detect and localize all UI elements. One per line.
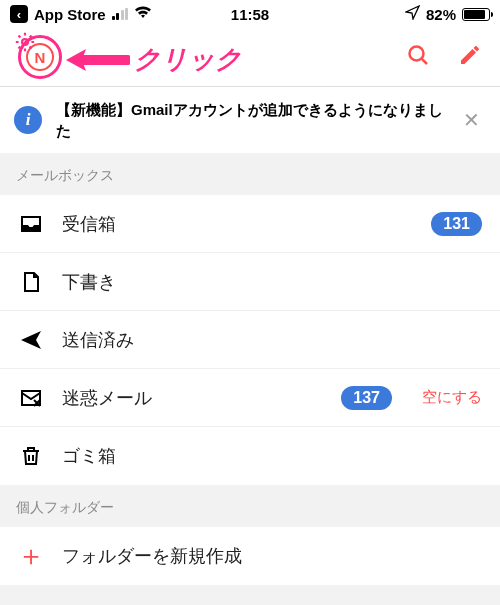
- mailbox-trash[interactable]: ゴミ箱: [0, 427, 500, 485]
- gear-icon: [14, 31, 36, 57]
- plus-icon: ＋: [18, 542, 44, 570]
- svg-point-1: [410, 47, 424, 61]
- back-to-app-icon[interactable]: ‹: [10, 5, 28, 23]
- location-icon: [405, 5, 420, 23]
- section-mailboxes-label: メールボックス: [0, 153, 500, 195]
- section-personal-label: 個人フォルダー: [0, 485, 500, 527]
- mailbox-inbox[interactable]: 受信箱 131: [0, 195, 500, 253]
- mailbox-label: ゴミ箱: [62, 444, 482, 468]
- wifi-icon: [134, 5, 152, 23]
- cell-signal-icon: [112, 8, 129, 20]
- info-banner[interactable]: i 【新機能】Gmailアカウントが追加できるようになりました ✕: [0, 86, 500, 153]
- close-icon[interactable]: ✕: [457, 104, 486, 136]
- mailbox-sent[interactable]: 送信済み: [0, 311, 500, 369]
- spam-icon: [18, 386, 44, 410]
- annotation-text: クリック: [134, 42, 242, 77]
- mailbox-label: 受信箱: [62, 212, 413, 236]
- banner-text: 【新機能】Gmailアカウントが追加できるようになりました: [56, 99, 443, 141]
- unread-badge: 137: [341, 386, 392, 410]
- svg-point-0: [22, 39, 28, 45]
- battery-percent: 82%: [426, 6, 456, 23]
- battery-icon: [462, 8, 490, 21]
- info-icon: i: [14, 106, 42, 134]
- compose-icon[interactable]: [458, 43, 482, 71]
- back-to-app-label[interactable]: App Store: [34, 6, 106, 23]
- new-folder-label: フォルダーを新規作成: [62, 544, 482, 568]
- mailboxes-list: 受信箱 131 下書き 送信済み 迷惑メール 137 空にする ゴミ箱: [0, 195, 500, 485]
- mailbox-label: 送信済み: [62, 328, 482, 352]
- account-avatar-button[interactable]: N: [18, 35, 62, 79]
- empty-spam-button[interactable]: 空にする: [422, 388, 482, 407]
- status-bar: ‹ App Store 11:58 82%: [0, 0, 500, 28]
- new-folder-button[interactable]: ＋ フォルダーを新規作成: [0, 527, 500, 585]
- search-icon[interactable]: [406, 43, 430, 71]
- app-header: N クリック: [0, 28, 500, 86]
- clock: 11:58: [231, 6, 269, 23]
- mailbox-label: 迷惑メール: [62, 386, 323, 410]
- unread-badge: 131: [431, 212, 482, 236]
- personal-folders-list: ＋ フォルダーを新規作成: [0, 527, 500, 585]
- svg-line-2: [422, 59, 427, 64]
- mailbox-spam[interactable]: 迷惑メール 137 空にする: [0, 369, 500, 427]
- mailbox-drafts[interactable]: 下書き: [0, 253, 500, 311]
- mailbox-label: 下書き: [62, 270, 482, 294]
- inbox-icon: [18, 212, 44, 236]
- annotation-arrow: クリック: [64, 42, 242, 77]
- drafts-icon: [18, 270, 44, 294]
- sent-icon: [18, 328, 44, 352]
- trash-icon: [18, 444, 44, 468]
